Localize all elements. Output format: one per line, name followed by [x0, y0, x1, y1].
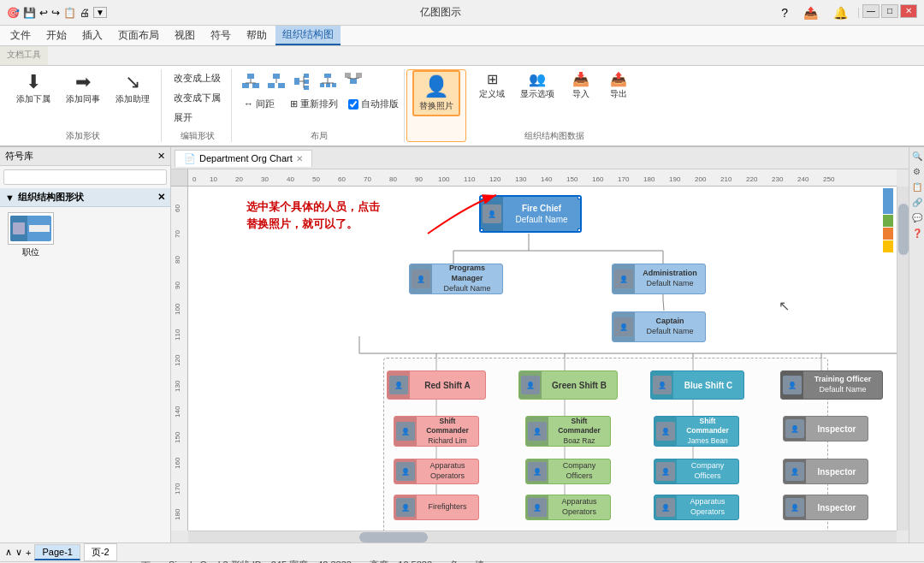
h-scroll-thumb[interactable]	[359, 532, 428, 542]
menu-help[interactable]: 帮助	[240, 27, 274, 44]
rt-search-btn[interactable]: 🔍	[910, 149, 924, 163]
shift-cmd-james-box[interactable]: 👤 Shift CommanderJames Bean	[654, 416, 739, 447]
import-button[interactable]: 📥 导入	[564, 69, 598, 104]
ruler-corner	[171, 169, 188, 187]
menu-file[interactable]: 文件	[3, 27, 38, 44]
training-officer-box[interactable]: 👤 Training Officer Default Name	[780, 370, 883, 400]
minimize-button[interactable]: —	[862, 4, 880, 18]
fire-chief-avatar-img: 👤	[483, 204, 501, 223]
apparatus-ops-green-box[interactable]: 👤 Apparatus Operators	[525, 495, 611, 520]
inspector-box-2[interactable]: 👤 Inspector	[783, 459, 868, 484]
page-add-btn[interactable]: +	[26, 548, 31, 558]
section-close-icon[interactable]: ✕	[157, 192, 165, 203]
color-swatch-yellow[interactable]	[883, 240, 893, 252]
add-subordinate-button[interactable]: ⬇ 添加下属	[10, 69, 56, 109]
page-nav-prev[interactable]: ∧	[5, 547, 12, 558]
expand-button[interactable]: 展开	[169, 109, 226, 127]
color-swatch-green[interactable]	[883, 215, 893, 227]
change-to-subordinate-button[interactable]: 改变成下属	[169, 89, 226, 107]
handle-br[interactable]	[578, 228, 582, 233]
inspector-box-3[interactable]: 👤 Inspector	[783, 495, 868, 520]
layout-btn-2[interactable]	[264, 69, 288, 93]
auto-layout-check[interactable]: 自动排版	[348, 98, 399, 110]
apparatus-ops-red-box[interactable]: 👤 Apparatus Operators	[394, 459, 479, 484]
copy-btn[interactable]: 📋	[63, 7, 76, 19]
print-btn[interactable]: 🖨	[80, 7, 90, 19]
canvas-tab-close[interactable]: ✕	[296, 154, 303, 163]
handle-tr[interactable]	[578, 195, 582, 199]
blue-shift-box[interactable]: 👤 Blue Shift C	[650, 370, 744, 400]
menu-org-chart[interactable]: 组织结构图	[275, 26, 341, 45]
blue-shift-avatar: 👤	[651, 371, 673, 399]
symbol-library-header: 符号库 ✕	[0, 147, 170, 166]
programs-manager-box[interactable]: 👤 Programs Manager Default Name	[409, 264, 503, 294]
rt-settings-btn[interactable]: ⚙	[910, 164, 924, 178]
redo-btn[interactable]: ↪	[51, 7, 60, 19]
close-button[interactable]: ✕	[900, 4, 917, 18]
firefighters-red-box[interactable]: 👤 Firefighters	[394, 495, 479, 520]
undo-btn[interactable]: ↩	[39, 7, 48, 19]
add-assistant-button[interactable]: ↘ 添加助理	[110, 69, 156, 109]
rt-help-btn[interactable]: ❓	[910, 226, 924, 240]
vertical-scrollbar[interactable]	[897, 187, 909, 530]
handle-bl[interactable]	[479, 228, 483, 233]
spacing-button[interactable]: ↔ 间距	[239, 95, 280, 113]
red-shift-box[interactable]: 👤 Red Shift A	[387, 370, 486, 400]
layout-btn-4[interactable]	[316, 69, 340, 93]
export-button[interactable]: 📤 导出	[601, 69, 636, 104]
define-field-button[interactable]: ⊞ 定义域	[473, 69, 511, 104]
menu-start[interactable]: 开始	[39, 27, 74, 44]
layout-btn-3[interactable]	[290, 69, 314, 93]
green-shift-box[interactable]: 👤 Green Shift B	[518, 370, 618, 400]
fire-chief-box[interactable]: 👤 Fire Chief Default Name	[479, 195, 582, 233]
shift-cmd-boaz-box[interactable]: 👤 Shift CommanderBoaz Raz	[525, 416, 611, 447]
symbol-search-input[interactable]	[3, 169, 167, 185]
save-btn[interactable]: 💾	[23, 7, 36, 19]
menu-symbol[interactable]: 符号	[204, 27, 238, 44]
company-officers-green-box[interactable]: 👤 Company Officers	[525, 459, 611, 484]
canvas-inner[interactable]: 选中某个具体的人员，点击替换照片，就可以了。	[188, 187, 897, 530]
shift-cmd-richard-box[interactable]: 👤 Shift CommanderRichard Lim	[394, 416, 479, 447]
rearrange-button[interactable]: ⊞ 重新排列	[285, 95, 343, 113]
ribbon: 文档工具 ⬇ 添加下属 ➡ 添加同事 ↘ 添加助理 添加形状	[0, 46, 924, 147]
administration-box[interactable]: 👤 Administration Default Name	[612, 264, 706, 294]
rt-layers-btn[interactable]: 📋	[910, 180, 924, 193]
apparatus-ops-blue-box[interactable]: 👤 Apparatus Operators	[654, 495, 739, 520]
toolbar-extra[interactable]: ▼	[93, 7, 107, 18]
auto-layout-checkbox[interactable]	[348, 99, 358, 110]
svg-text:30: 30	[261, 175, 269, 183]
display-options-button[interactable]: 👥 显示选项	[514, 69, 560, 104]
shape-card[interactable]: 职位	[5, 212, 56, 258]
company-officers-blue-box[interactable]: 👤 Company Officers	[654, 459, 739, 484]
svg-text:250: 250	[823, 175, 835, 183]
export-label: 导出	[610, 88, 627, 100]
menu-view[interactable]: 视图	[168, 27, 202, 44]
captain-box[interactable]: 👤 Captain Default Name	[612, 311, 706, 342]
layout-btn-5[interactable]	[341, 69, 365, 93]
richard-avatar: 👤	[394, 417, 417, 446]
layout-btn-1[interactable]	[239, 69, 263, 93]
color-swatch-orange[interactable]	[883, 228, 893, 240]
menu-page-layout[interactable]: 页面布局	[111, 27, 166, 44]
add-colleague-button[interactable]: ➡ 添加同事	[60, 69, 106, 109]
page-nav-next[interactable]: ∨	[15, 547, 22, 558]
symbol-library-close[interactable]: ✕	[157, 151, 165, 162]
change-to-superior-button[interactable]: 改变成上级	[169, 69, 226, 87]
horizontal-scrollbar[interactable]	[188, 530, 897, 542]
handle-tl[interactable]	[479, 195, 483, 199]
canvas-tab-org-chart[interactable]: 📄 Department Org Chart ✕	[175, 150, 312, 167]
notify-icon[interactable]: 🔔	[826, 4, 855, 21]
svg-text:210: 210	[720, 175, 732, 183]
rt-chat-btn[interactable]: 💬	[910, 210, 924, 224]
v-scroll-thumb[interactable]	[898, 204, 909, 255]
color-swatch-blue[interactable]	[883, 188, 893, 214]
help-icon[interactable]: ?	[774, 4, 795, 21]
canvas-container[interactable]: 0 10 20 30 40 50 60 70 80 90 100 110 120…	[171, 169, 909, 542]
maximize-button[interactable]: □	[881, 4, 898, 18]
add-colleague-label: 添加同事	[66, 93, 100, 105]
share-icon[interactable]: 📤	[797, 4, 825, 21]
inspector-box-1[interactable]: 👤 Inspector	[783, 416, 868, 442]
rt-connect-btn[interactable]: 🔗	[910, 195, 924, 209]
replace-photo-button[interactable]: 👤 替换照片	[412, 70, 460, 116]
menu-insert[interactable]: 插入	[75, 27, 110, 44]
